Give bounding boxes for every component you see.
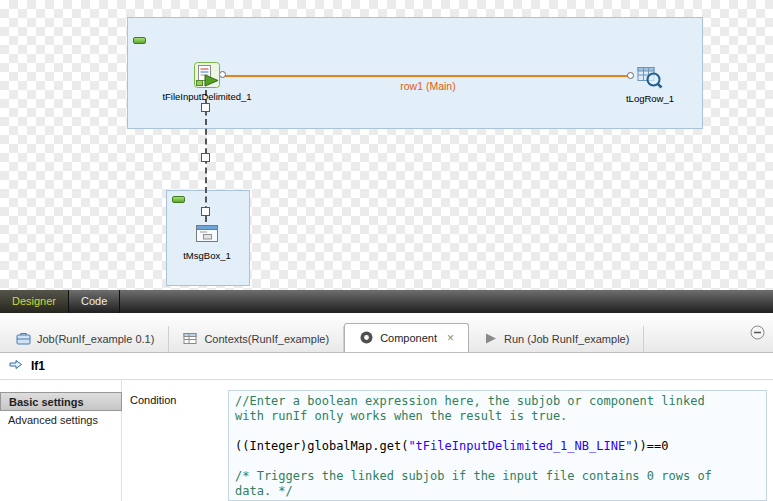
row1-connection-line[interactable]	[224, 75, 632, 77]
subjob-collapse-button[interactable]	[172, 196, 185, 203]
component-label: tMsgBox_1	[183, 250, 231, 261]
tfileinputdelimited-icon	[194, 62, 220, 88]
contexts-icon	[183, 331, 198, 348]
sidebar-item-basic-settings[interactable]: Basic settings	[0, 392, 122, 411]
tab-designer[interactable]: Designer	[0, 290, 69, 313]
row1-connection-label[interactable]: row1 (Main)	[224, 80, 632, 92]
component-label: tFileInputDelimited_1	[162, 91, 251, 102]
design-canvas[interactable]: row1 (Main) tFileInputDelimited_1	[0, 0, 773, 290]
trigger-handle-middle[interactable]	[201, 153, 210, 162]
code-comment-line: with runIf only works when the result is…	[235, 409, 760, 424]
condition-label: Condition	[130, 394, 176, 406]
sidebar-item-advanced-settings[interactable]: Advanced settings	[0, 411, 122, 430]
talend-studio-window: row1 (Main) tFileInputDelimited_1	[0, 0, 773, 501]
editor-tabbar: Designer Code	[0, 290, 773, 313]
component-icon	[359, 330, 374, 347]
code-comment-line: /* Triggers the linked subjob if the inp…	[235, 469, 760, 484]
code-comment-line: data. */	[235, 484, 760, 499]
minimize-panel-icon[interactable]	[750, 325, 765, 340]
tlogrow-icon	[637, 64, 663, 90]
code-blank-line	[235, 454, 760, 469]
code-expression-line: ((Integer)globalMap.get("tFileInputDelim…	[235, 439, 760, 454]
if-arrow-icon	[8, 357, 23, 376]
tab-close-icon[interactable]: ×	[447, 331, 454, 345]
tmsgbox-icon	[194, 221, 220, 247]
component-label: tLogRow_1	[626, 93, 674, 104]
tab-run[interactable]: Run (Job RunIf_example)	[469, 326, 644, 352]
trigger-handle-bottom[interactable]	[201, 207, 210, 216]
condition-code-editor[interactable]: //Enter a boolean expression here, the s…	[228, 390, 767, 501]
tab-component-label: Component	[380, 332, 437, 344]
settings-sidebar: Basic settings Advanced settings	[0, 380, 122, 501]
tab-run-label: Run (Job RunIf_example)	[504, 333, 629, 345]
job-icon	[16, 331, 31, 348]
tab-job[interactable]: Job(RunIf_example 0.1)	[2, 326, 169, 352]
view-tabstrip: Job(RunIf_example 0.1) Contexts(RunIf_ex…	[0, 313, 773, 353]
subjob-collapse-button[interactable]	[133, 37, 146, 44]
tab-component[interactable]: Component ×	[344, 323, 469, 352]
component-tmsgbox[interactable]: tMsgBox_1	[152, 221, 262, 261]
component-panel-header: If1	[0, 353, 773, 380]
component-tlogrow[interactable]: tLogRow_1	[595, 64, 705, 104]
run-icon	[483, 331, 498, 348]
trigger-handle-top[interactable]	[201, 103, 210, 112]
component-settings-panel: Basic settings Advanced settings Conditi…	[0, 380, 773, 501]
tab-job-label: Job(RunIf_example 0.1)	[37, 333, 154, 345]
tab-contexts[interactable]: Contexts(RunIf_example)	[169, 326, 344, 352]
component-title: If1	[31, 359, 45, 373]
tab-code[interactable]: Code	[69, 290, 120, 313]
code-blank-line	[235, 424, 760, 439]
tab-contexts-label: Contexts(RunIf_example)	[204, 333, 329, 345]
component-tfileinputdelimited[interactable]: tFileInputDelimited_1	[152, 62, 262, 102]
code-comment-line: //Enter a boolean expression here, the s…	[235, 394, 760, 409]
